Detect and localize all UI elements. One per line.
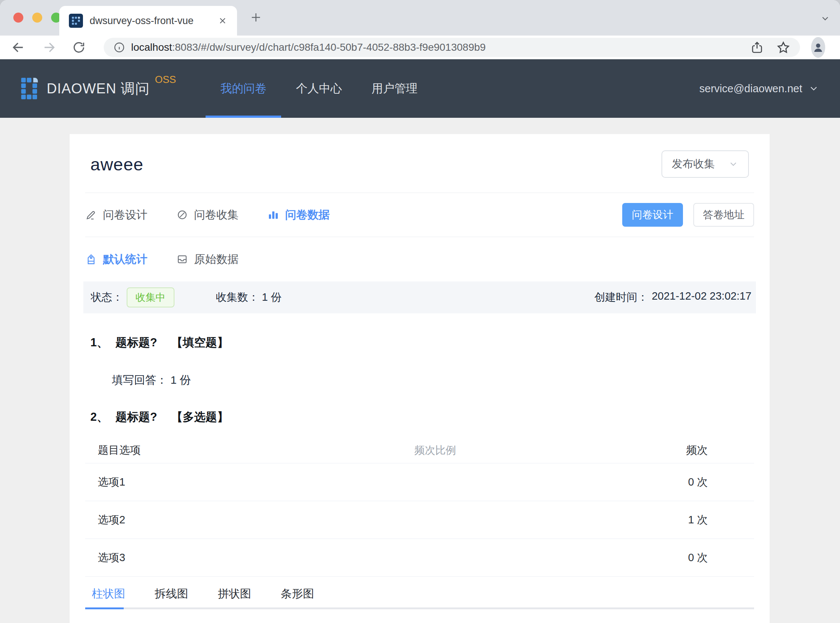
chart-tab-line[interactable]: 拆线图 (155, 586, 188, 602)
subtab-label: 默认统计 (103, 252, 147, 267)
tag-icon (85, 253, 97, 265)
address-bar[interactable]: localhost:8083/#/dw/survey/d/chart/c98fa… (104, 38, 800, 57)
app-header: DIAOWEN 调问 OSS 我的问卷 个人中心 用户管理 service@di… (0, 59, 840, 118)
pencil-icon (85, 209, 97, 221)
brand-logo[interactable]: DIAOWEN 调问 OSS (21, 59, 176, 118)
tab-label: 问卷数据 (285, 207, 330, 222)
table-row: 选项2 100.00% 1 次 (85, 501, 754, 539)
new-tab-button[interactable] (249, 11, 263, 25)
column-header-option: 题目选项 (85, 443, 411, 458)
tab-survey-data[interactable]: 问卷数据 (267, 207, 330, 222)
nav-item-personal-center[interactable]: 个人中心 (281, 59, 357, 118)
browser-menu-icon[interactable] (836, 41, 840, 54)
chart-tabs-active-indicator (85, 608, 124, 609)
brand-name: DIAOWEN 调问 (47, 79, 150, 98)
site-favicon-icon (69, 14, 83, 28)
column-header-ratio: 频次比例 (411, 443, 638, 457)
tab-label: 问卷收集 (194, 207, 239, 222)
account-email: service@diaowen.net (699, 83, 802, 95)
reload-icon[interactable] (72, 40, 86, 54)
browser-profile-avatar[interactable] (811, 37, 825, 58)
survey-detail-card: aweee 发布收集 问卷设计 问卷收集 (70, 134, 769, 623)
subtab-default-stats[interactable]: 默认统计 (85, 252, 147, 267)
survey-design-button[interactable]: 问卷设计 (622, 203, 683, 227)
diaowen-logo-icon (21, 78, 38, 99)
window-controls (13, 12, 61, 23)
column-header-freq: 频次 (638, 443, 754, 458)
tab-survey-collect[interactable]: 问卷收集 (176, 207, 239, 222)
answer-url-button[interactable]: 答卷地址 (693, 203, 754, 227)
freq-value: 1 次 (638, 513, 754, 528)
tab-label: 问卷设计 (103, 207, 147, 222)
bar-chart-icon (267, 209, 279, 221)
survey-function-tabs: 问卷设计 问卷收集 问卷数据 问卷设计 答卷地址 (70, 193, 769, 237)
option-label: 选项1 (85, 475, 411, 490)
subtab-raw-data[interactable]: 原始数据 (176, 252, 239, 267)
nav-item-my-surveys[interactable]: 我的问卷 (205, 59, 281, 118)
chevron-down-icon (728, 159, 739, 169)
publish-collect-select[interactable]: 发布收集 (662, 150, 749, 178)
share-icon[interactable] (750, 41, 764, 54)
bookmark-star-icon[interactable] (776, 40, 790, 54)
question-text: 题标题? (115, 409, 157, 425)
question-1: 1、 题标题? 【填空题】 填写回答： 1 份 (70, 335, 769, 388)
freq-value: 0 次 (638, 475, 754, 490)
answer-label: 填写回答： (112, 374, 167, 386)
option-label: 选项2 (85, 513, 411, 528)
question-2: 2、 题标题? 【多选题】 (70, 409, 769, 425)
tab-title: dwsurvey-oss-front-vue (90, 15, 218, 27)
top-navigation: 我的问卷 个人中心 用户管理 (205, 59, 432, 118)
url-path: :8083/#/dw/survey/d/chart/c98fa140-50b7-… (172, 41, 486, 53)
collect-count-label: 收集数： (216, 290, 259, 305)
nav-item-user-management[interactable]: 用户管理 (357, 59, 432, 118)
survey-title: aweee (90, 154, 144, 175)
status-badge: 收集中 (127, 287, 175, 307)
status-bar: 状态： 收集中 收集数： 1 份 创建时间： 2021-12-02 23:02:… (83, 281, 756, 313)
browser-tab[interactable]: dwsurvey-oss-front-vue (59, 6, 237, 35)
url-host: localhost (131, 41, 172, 53)
account-menu[interactable]: service@diaowen.net (699, 59, 819, 118)
link-icon (176, 209, 188, 221)
question-number: 2、 (90, 409, 108, 425)
option-stats-table: 题目选项 频次比例 频次 选项1 0.00% 0 次 选项2 100.00% 1… (70, 437, 769, 577)
back-icon[interactable] (11, 40, 26, 55)
url-text: localhost:8083/#/dw/survey/d/chart/c98fa… (131, 41, 738, 53)
question-type: 【填空题】 (171, 335, 228, 350)
question-1-answer-count: 填写回答： 1 份 (112, 373, 749, 388)
publish-collect-value: 发布收集 (672, 157, 715, 172)
tab-survey-design[interactable]: 问卷设计 (85, 207, 147, 222)
data-subtabs: 默认统计 原始数据 (70, 237, 769, 281)
chart-type-tabs: 柱状图 拆线图 拼状图 条形图 (85, 577, 754, 609)
question-text: 题标题? (115, 335, 157, 350)
chart-tab-pie[interactable]: 拼状图 (218, 586, 251, 602)
answer-count: 1 份 (170, 374, 191, 386)
chart-tab-bar[interactable]: 条形图 (281, 586, 314, 602)
table-header-row: 题目选项 频次比例 频次 (85, 437, 754, 463)
chart-tabs-track (85, 608, 754, 609)
minimize-window-button[interactable] (32, 12, 42, 23)
question-2-title: 2、 题标题? 【多选题】 (90, 409, 749, 425)
tab-close-icon[interactable] (218, 16, 227, 26)
chevron-down-icon (808, 83, 819, 94)
question-type: 【多选题】 (171, 409, 228, 425)
status-label: 状态： (91, 290, 123, 305)
close-window-button[interactable] (13, 12, 23, 23)
tab-search-chevron-icon[interactable] (820, 13, 830, 24)
question-number: 1、 (90, 335, 108, 350)
table-row: 选项3 0.00% 0 次 (85, 539, 754, 577)
brand-oss-badge: OSS (155, 74, 176, 86)
site-info-icon[interactable] (113, 41, 125, 53)
chart-tab-column[interactable]: 柱状图 (92, 586, 125, 602)
question-1-title: 1、 题标题? 【填空题】 (90, 335, 749, 350)
inbox-icon (176, 253, 188, 265)
browser-tab-strip: dwsurvey-oss-front-vue (0, 0, 840, 35)
browser-window: dwsurvey-oss-front-vue localhost:8083/#/… (0, 0, 840, 623)
subtab-label: 原始数据 (194, 252, 239, 267)
browser-toolbar: localhost:8083/#/dw/survey/d/chart/c98fa… (0, 35, 840, 59)
collect-count-value: 1 份 (262, 290, 282, 305)
forward-icon[interactable] (41, 40, 56, 55)
option-label: 选项3 (85, 550, 411, 565)
freq-value: 0 次 (638, 550, 754, 565)
survey-header: aweee 发布收集 (70, 134, 769, 193)
table-row: 选项1 0.00% 0 次 (85, 463, 754, 501)
